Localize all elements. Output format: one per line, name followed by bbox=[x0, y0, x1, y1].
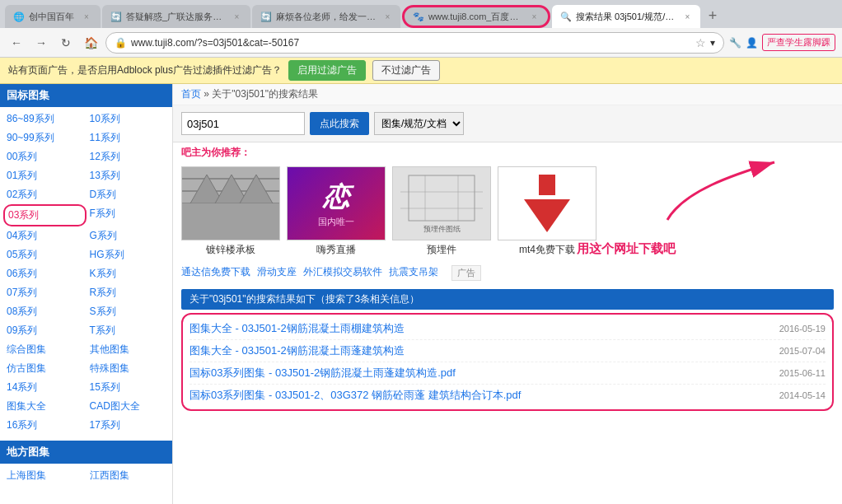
sidebar-item-K[interactable]: K系列 bbox=[87, 264, 170, 283]
ads-links-row: 通达信免费下载 滑动支座 外汇模拟交易软件 抗震支吊架 广告 bbox=[173, 264, 842, 286]
disable-filter-button[interactable]: 不过滤广告 bbox=[372, 60, 440, 81]
ad-mt4-label: mt4免费下载 bbox=[498, 243, 596, 257]
arrow-stem bbox=[539, 175, 555, 195]
sidebar-item-06[interactable]: 06系列 bbox=[3, 264, 87, 283]
sidebar-item-16[interactable]: 16系列 bbox=[3, 416, 87, 435]
tab-close-2[interactable]: × bbox=[232, 11, 242, 22]
tab-create-china[interactable]: 🌐 创中国百年 × bbox=[5, 5, 101, 28]
back-button[interactable]: ← bbox=[7, 33, 26, 53]
sidebar-item-HG[interactable]: HG系列 bbox=[87, 245, 170, 264]
sidebar-item-10[interactable]: 10系列 bbox=[87, 110, 170, 128]
dropdown-icon[interactable]: ▾ bbox=[710, 37, 715, 49]
search-button[interactable]: 点此搜索 bbox=[310, 112, 369, 135]
search-category-select[interactable]: 图集/规范/文档 全部 bbox=[374, 112, 464, 135]
embed-svg: 预埋件图纸 bbox=[392, 167, 491, 240]
sidebar-item-13[interactable]: 13系列 bbox=[87, 166, 170, 185]
sidebar-item-00[interactable]: 00系列 bbox=[3, 147, 87, 166]
sidebar-item-G[interactable]: G系列 bbox=[87, 226, 170, 245]
result-link-2[interactable]: 图集大全 - 03J501-2钢筋混凝土雨蓬建筑构造 bbox=[189, 343, 405, 358]
download-arrow-icon bbox=[524, 175, 570, 232]
ad-galv-image bbox=[181, 166, 280, 240]
result-link-1[interactable]: 图集大全 - 03J501-2钢筋混凝土雨棚建筑构造 bbox=[189, 321, 405, 336]
sidebar-item-zonghe[interactable]: 综合图集 bbox=[3, 340, 87, 359]
ad-link-huadong[interactable]: 滑动支座 bbox=[257, 265, 297, 281]
new-tab-button[interactable]: + bbox=[702, 5, 723, 26]
bookmark-icon[interactable]: ☆ bbox=[695, 36, 706, 49]
forward-button[interactable]: → bbox=[31, 33, 51, 53]
sidebar-item-90[interactable]: 90~99系列 bbox=[3, 128, 87, 147]
sidebar: 国标图集 86~89系列 10系列 90~99系列 11系列 00系列 12系列… bbox=[0, 84, 173, 504]
sidebar-item-05[interactable]: 05系列 bbox=[3, 245, 87, 264]
ad-link-tongda[interactable]: 通达信免费下载 bbox=[181, 265, 250, 281]
sidebar-item-jiangxi[interactable]: 江西图集 bbox=[87, 466, 170, 485]
url-text: www.tuji8.com/?s=03j501&cat=-50167 bbox=[131, 37, 691, 49]
tab-bar: 🌐 创中国百年 × 🔄 答疑解惑_广联达服务新干线 × 🔄 麻烦各位老师，给发一… bbox=[0, 0, 842, 28]
sidebar-item-teshu[interactable]: 特殊图集 bbox=[87, 359, 170, 378]
tab-close-5[interactable]: × bbox=[683, 11, 692, 22]
ad-galvanized[interactable]: 镀锌楼承板 bbox=[181, 166, 280, 257]
sidebar-item-S[interactable]: S系列 bbox=[87, 302, 170, 321]
live-logo-char: 恋 bbox=[323, 180, 349, 216]
result-date-1: 2016-05-19 bbox=[779, 324, 826, 334]
result-link-4[interactable]: 国标03系列图集 - 03J501-2、03G372 钢筋砼雨蓬 建筑结构合订本… bbox=[189, 388, 521, 403]
sidebar-item-shanghai[interactable]: 上海图集 bbox=[3, 466, 87, 485]
tab-search-result[interactable]: 🔍 搜索结果 03j501/规范/图集【… × bbox=[552, 5, 700, 28]
sidebar-item-D[interactable]: D系列 bbox=[87, 185, 170, 204]
ad-mt4[interactable]: mt4免费下载 bbox=[498, 166, 596, 257]
tab-label-4: www.tuji8.com_百度搜索 bbox=[428, 11, 522, 23]
tab-close-3[interactable]: × bbox=[383, 11, 392, 22]
result-date-4: 2014-05-14 bbox=[779, 390, 826, 400]
plugin-icon: 🔧 bbox=[729, 37, 741, 49]
warning-banner: 站有页面广告，是否启用Adblock plus广告过滤插件过滤广告？ 启用过滤广… bbox=[0, 58, 842, 84]
breadcrumb-home[interactable]: 首页 bbox=[181, 88, 201, 100]
sidebar-item-fanggu[interactable]: 仿古图集 bbox=[3, 359, 87, 378]
results-circle-container: 图集大全 - 03J501-2钢筋混凝土雨棚建筑构造 2016-05-19 图集… bbox=[181, 313, 834, 411]
tab-favicon-1: 🌐 bbox=[13, 12, 25, 22]
sidebar-national-grid: 86~89系列 10系列 90~99系列 11系列 00系列 12系列 01系列… bbox=[0, 107, 172, 437]
sidebar-item-F[interactable]: F系列 bbox=[87, 204, 170, 226]
table-row: 国标03系列图集 - 03J501-2钢筋混凝土雨蓬建筑构造.pdf 2015-… bbox=[189, 362, 826, 385]
sidebar-item-qita[interactable]: 其他图集 bbox=[87, 340, 170, 359]
sidebar-item-R[interactable]: R系列 bbox=[87, 283, 170, 302]
sidebar-item-12[interactable]: 12系列 bbox=[87, 147, 170, 166]
search-row: 点此搜索 图集/规范/文档 全部 bbox=[173, 105, 842, 142]
table-row: 国标03系列图集 - 03J501-2、03G372 钢筋砼雨蓬 建筑结构合订本… bbox=[189, 385, 826, 406]
sidebar-item-cad[interactable]: CAD图大全 bbox=[87, 397, 170, 416]
refresh-button[interactable]: ↻ bbox=[56, 33, 76, 53]
sidebar-item-02[interactable]: 02系列 bbox=[3, 185, 87, 204]
tab-baidu-search[interactable]: 🐾 www.tuji8.com_百度搜索 × bbox=[402, 5, 550, 28]
sidebar-item-09[interactable]: 09系列 bbox=[3, 321, 87, 340]
home-button[interactable]: 🏠 bbox=[81, 33, 101, 53]
tab-favicon-3: 🔄 bbox=[260, 12, 272, 22]
security-icon: 🔒 bbox=[115, 37, 127, 49]
ad-live-image: 恋 国内唯一 bbox=[287, 166, 386, 240]
ad-link-kangzhen[interactable]: 抗震支吊架 bbox=[389, 265, 438, 281]
search-input[interactable] bbox=[181, 112, 305, 135]
tab-guanglianda[interactable]: 🔄 答疑解惑_广联达服务新干线 × bbox=[102, 5, 250, 28]
sidebar-item-T[interactable]: T系列 bbox=[87, 321, 170, 340]
sidebar-item-03[interactable]: 03系列 bbox=[3, 204, 87, 226]
tab-close-1[interactable]: × bbox=[81, 11, 92, 22]
ad-live[interactable]: 恋 国内唯一 嗨秀直播 bbox=[287, 166, 386, 257]
svg-text:预埋件图纸: 预埋件图纸 bbox=[423, 225, 461, 233]
sidebar-item-11[interactable]: 11系列 bbox=[87, 128, 170, 147]
tab-close-4[interactable]: × bbox=[529, 11, 540, 22]
sidebar-item-01[interactable]: 01系列 bbox=[3, 166, 87, 185]
table-row: 图集大全 - 03J501-2钢筋混凝土雨蓬建筑构造 2015-07-04 bbox=[189, 340, 826, 362]
ad-live-label: 嗨秀直播 bbox=[287, 243, 386, 257]
sidebar-item-17[interactable]: 17系列 bbox=[87, 416, 170, 435]
result-link-3[interactable]: 国标03系列图集 - 03J501-2钢筋混凝土雨蓬建筑构造.pdf bbox=[189, 366, 456, 380]
sidebar-item-86[interactable]: 86~89系列 bbox=[3, 110, 87, 128]
ad-link-waihui[interactable]: 外汇模拟交易软件 bbox=[303, 265, 382, 281]
results-header: 关于"03j501"的搜索结果如下（搜索了3条相关信息） bbox=[181, 289, 834, 310]
sidebar-item-tujidaquan[interactable]: 图集大全 bbox=[3, 397, 87, 416]
table-row: 图集大全 - 03J501-2钢筋混凝土雨棚建筑构造 2016-05-19 bbox=[189, 318, 826, 340]
sidebar-item-15[interactable]: 15系列 bbox=[87, 378, 170, 397]
tab-mafan[interactable]: 🔄 麻烦各位老师，给发一份03J5… × bbox=[252, 5, 400, 28]
sidebar-item-14[interactable]: 14系列 bbox=[3, 378, 87, 397]
sidebar-item-04[interactable]: 04系列 bbox=[3, 226, 87, 245]
ad-embed[interactable]: 预埋件图纸 预埋件 bbox=[392, 166, 491, 257]
enable-filter-button[interactable]: 启用过滤广告 bbox=[288, 60, 366, 81]
sidebar-item-08[interactable]: 08系列 bbox=[3, 302, 87, 321]
sidebar-item-07[interactable]: 07系列 bbox=[3, 283, 87, 302]
